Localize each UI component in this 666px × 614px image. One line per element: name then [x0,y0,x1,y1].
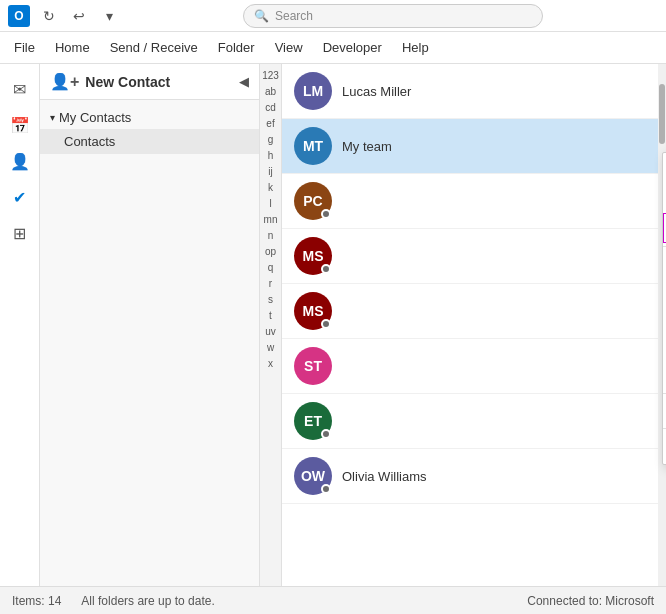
new-contact-icon: 👤+ [50,72,79,91]
alpha-op[interactable]: op [265,244,276,260]
status-dot [321,264,331,274]
alpha-q[interactable]: q [268,260,274,276]
context-menu: 📋 Copy 🖨 Quick Print ✏ Edit Contact ➡ Fo… [662,152,666,465]
nav-calendar[interactable]: 📅 [3,108,37,142]
left-panel-header: 👤+ New Contact ◀ [40,64,259,100]
alpha-h[interactable]: h [268,148,274,164]
nav-mail[interactable]: ✉ [3,72,37,106]
menu-home[interactable]: Home [45,36,100,59]
contact-pc[interactable]: PC [282,174,666,229]
alpha-ef[interactable]: ef [266,116,274,132]
menubar: File Home Send / Receive Folder View Dev… [0,32,666,64]
collapse-btn[interactable]: ◀ [239,74,249,89]
avatar: MT [294,127,332,165]
menu-help[interactable]: Help [392,36,439,59]
alpha-s[interactable]: s [268,292,273,308]
search-icon: 🔍 [254,9,269,23]
contact-et[interactable]: ET [282,394,666,449]
left-panel: 👤+ New Contact ◀ ▾ My Contacts Contacts [40,64,260,586]
alpha-g[interactable]: g [268,132,274,148]
scrollbar-thumb[interactable] [659,84,665,144]
alpha-uv[interactable]: uv [265,324,276,340]
alpha-l[interactable]: l [269,196,271,212]
contact-lucas-miller[interactable]: LM Lucas Miller [282,64,666,119]
status-dot [321,319,331,329]
alpha-x[interactable]: x [268,356,273,372]
avatar-initials: ET [304,413,322,429]
avatar-initials: LM [303,83,323,99]
avatar: MS [294,292,332,330]
status-dot [321,484,331,494]
avatar: PC [294,182,332,220]
avatar: LM [294,72,332,110]
customize-btn[interactable]: ▾ [98,5,120,27]
alpha-sidebar: 123 ab cd ef g h ij k l mn n op q r s t … [260,64,282,586]
avatar: ST [294,347,332,385]
status-dot [321,209,331,219]
avatar-initials: ST [304,358,322,374]
status-center: All folders are up to date. [81,594,214,608]
undo-btn[interactable]: ↩ [68,5,90,27]
panel-title: New Contact [85,74,170,90]
alpha-k[interactable]: k [268,180,273,196]
search-bar[interactable]: 🔍 Search [243,4,543,28]
alpha-w[interactable]: w [267,340,274,356]
contact-ms1[interactable]: MS [282,229,666,284]
avatar-initials: PC [303,193,322,209]
menu-developer[interactable]: Developer [313,36,392,59]
alpha-ab[interactable]: ab [265,84,276,100]
nav-grid[interactable]: ⊞ [3,216,37,250]
app-icon: O [8,5,30,27]
contact-ms2[interactable]: MS [282,284,666,339]
menu-view[interactable]: View [265,36,313,59]
avatar: OW [294,457,332,495]
contact-st[interactable]: ST [282,339,666,394]
menu-folder[interactable]: Folder [208,36,265,59]
folder-name: My Contacts [59,110,131,125]
contact-my-team[interactable]: MT My team [282,119,666,174]
my-contacts-folder[interactable]: ▾ My Contacts [40,106,259,129]
search-placeholder: Search [275,9,313,23]
status-connection: Connected to: Microsoft [527,594,654,608]
alpha-123[interactable]: 123 [262,68,279,84]
contacts-area: LM Lucas Miller MT My team PC [282,64,666,586]
avatar: MS [294,237,332,275]
folder-section: ▾ My Contacts Contacts [40,100,259,160]
nav-contacts[interactable]: 👤 [3,144,37,178]
menu-file[interactable]: File [4,36,45,59]
nav-sidebar: ✉ 📅 👤 ✔ ⊞ [0,64,40,586]
menu-send-receive[interactable]: Send / Receive [100,36,208,59]
refresh-btn[interactable]: ↻ [38,5,60,27]
alpha-ij[interactable]: ij [268,164,272,180]
status-items: Items: 14 [12,594,61,608]
chevron-icon: ▾ [50,112,55,123]
alpha-mn[interactable]: mn [264,212,278,228]
avatar-initials: MS [303,248,324,264]
alpha-n[interactable]: n [268,228,274,244]
titlebar: O ↻ ↩ ▾ 🔍 Search [0,0,666,32]
contact-name: Olivia Williams [342,469,427,484]
alpha-t[interactable]: t [269,308,272,324]
status-dot [321,429,331,439]
contacts-folder-item[interactable]: Contacts [40,129,259,154]
avatar: ET [294,402,332,440]
avatar-initials: MT [303,138,323,154]
avatar-initials: MS [303,303,324,319]
avatar-initials: OW [301,468,325,484]
alpha-cd[interactable]: cd [265,100,276,116]
contact-olivia-williams[interactable]: OW Olivia Williams [282,449,666,504]
contact-name: My team [342,139,392,154]
alpha-r[interactable]: r [269,276,272,292]
contacts-list: LM Lucas Miller MT My team PC [282,64,666,586]
nav-tasks[interactable]: ✔ [3,180,37,214]
contact-name: Lucas Miller [342,84,411,99]
main-area: ✉ 📅 👤 ✔ ⊞ 👤+ New Contact ◀ ▾ My Contacts… [0,64,666,586]
statusbar: Items: 14 All folders are up to date. Co… [0,586,666,614]
